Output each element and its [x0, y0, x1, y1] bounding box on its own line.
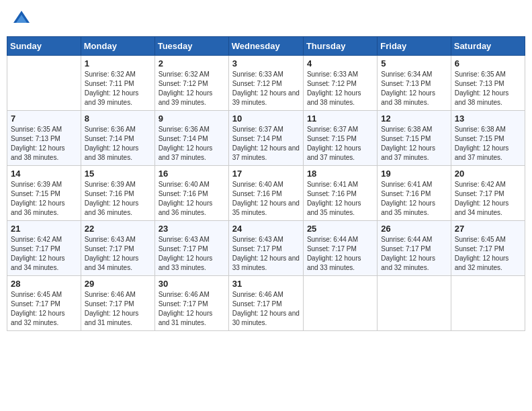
day-number: 5	[381, 58, 447, 68]
day-number: 13	[455, 113, 521, 124]
calendar-cell: 15Sunrise: 6:39 AMSunset: 7:16 PMDayligh…	[81, 166, 154, 221]
day-info: Sunrise: 6:37 AMSunset: 7:15 PMDaylight:…	[307, 125, 373, 163]
calendar-cell: 24Sunrise: 6:43 AMSunset: 7:17 PMDayligh…	[228, 221, 303, 276]
calendar-week-row: 14Sunrise: 6:39 AMSunset: 7:15 PMDayligh…	[7, 166, 525, 221]
weekday-header-sunday: Sunday	[7, 37, 81, 56]
calendar-cell: 31Sunrise: 6:46 AMSunset: 7:17 PMDayligh…	[228, 276, 303, 331]
weekday-header-tuesday: Tuesday	[154, 37, 228, 56]
day-number: 8	[85, 113, 151, 124]
day-info: Sunrise: 6:44 AMSunset: 7:17 PMDaylight:…	[307, 235, 373, 273]
day-number: 20	[455, 169, 521, 179]
calendar-week-row: 1Sunrise: 6:32 AMSunset: 7:11 PMDaylight…	[7, 56, 525, 111]
day-number: 30	[159, 279, 225, 289]
calendar-week-row: 21Sunrise: 6:42 AMSunset: 7:17 PMDayligh…	[7, 221, 525, 276]
calendar-cell	[303, 276, 377, 331]
calendar-cell	[7, 56, 81, 111]
day-number: 17	[232, 169, 300, 179]
day-info: Sunrise: 6:43 AMSunset: 7:17 PMDaylight:…	[159, 235, 225, 273]
day-number: 14	[11, 169, 77, 179]
day-info: Sunrise: 6:44 AMSunset: 7:17 PMDaylight:…	[381, 235, 447, 273]
day-info: Sunrise: 6:36 AMSunset: 7:14 PMDaylight:…	[159, 125, 225, 163]
calendar-cell: 9Sunrise: 6:36 AMSunset: 7:14 PMDaylight…	[154, 111, 228, 166]
calendar-cell: 12Sunrise: 6:38 AMSunset: 7:15 PMDayligh…	[378, 111, 451, 166]
day-number: 12	[381, 113, 447, 124]
logo	[12, 9, 32, 28]
calendar-cell: 7Sunrise: 6:35 AMSunset: 7:13 PMDaylight…	[7, 111, 81, 166]
weekday-header-saturday: Saturday	[451, 37, 525, 56]
day-info: Sunrise: 6:42 AMSunset: 7:17 PMDaylight:…	[455, 180, 521, 218]
calendar-cell: 28Sunrise: 6:45 AMSunset: 7:17 PMDayligh…	[7, 276, 81, 331]
day-number: 19	[381, 169, 447, 179]
calendar-cell: 21Sunrise: 6:42 AMSunset: 7:17 PMDayligh…	[7, 221, 81, 276]
day-info: Sunrise: 6:43 AMSunset: 7:17 PMDaylight:…	[85, 235, 151, 273]
day-info: Sunrise: 6:45 AMSunset: 7:17 PMDaylight:…	[11, 290, 77, 328]
day-number: 24	[232, 224, 300, 234]
day-info: Sunrise: 6:45 AMSunset: 7:17 PMDaylight:…	[455, 235, 521, 273]
calendar-cell: 19Sunrise: 6:41 AMSunset: 7:16 PMDayligh…	[378, 166, 451, 221]
day-info: Sunrise: 6:38 AMSunset: 7:15 PMDaylight:…	[381, 125, 447, 163]
day-info: Sunrise: 6:36 AMSunset: 7:14 PMDaylight:…	[85, 125, 151, 163]
calendar-cell: 25Sunrise: 6:44 AMSunset: 7:17 PMDayligh…	[303, 221, 377, 276]
day-number: 10	[232, 113, 300, 124]
day-info: Sunrise: 6:42 AMSunset: 7:17 PMDaylight:…	[11, 235, 77, 273]
calendar-cell: 22Sunrise: 6:43 AMSunset: 7:17 PMDayligh…	[81, 221, 154, 276]
calendar-cell: 1Sunrise: 6:32 AMSunset: 7:11 PMDaylight…	[81, 56, 154, 111]
calendar-cell: 4Sunrise: 6:33 AMSunset: 7:12 PMDaylight…	[303, 56, 377, 111]
calendar-cell: 3Sunrise: 6:33 AMSunset: 7:12 PMDaylight…	[228, 56, 303, 111]
calendar-cell: 13Sunrise: 6:38 AMSunset: 7:15 PMDayligh…	[451, 111, 525, 166]
calendar-week-row: 28Sunrise: 6:45 AMSunset: 7:17 PMDayligh…	[7, 276, 525, 331]
day-info: Sunrise: 6:40 AMSunset: 7:16 PMDaylight:…	[159, 180, 225, 218]
day-info: Sunrise: 6:34 AMSunset: 7:13 PMDaylight:…	[381, 70, 447, 107]
day-number: 27	[455, 224, 521, 234]
calendar-cell: 11Sunrise: 6:37 AMSunset: 7:15 PMDayligh…	[303, 111, 377, 166]
day-info: Sunrise: 6:46 AMSunset: 7:17 PMDaylight:…	[159, 290, 225, 328]
day-number: 7	[11, 113, 77, 124]
page-header	[7, 7, 525, 31]
day-number: 15	[85, 169, 151, 179]
day-info: Sunrise: 6:33 AMSunset: 7:12 PMDaylight:…	[232, 70, 300, 107]
day-number: 11	[307, 113, 373, 124]
calendar-table: SundayMondayTuesdayWednesdayThursdayFrid…	[7, 36, 525, 331]
day-number: 26	[381, 224, 447, 234]
day-number: 31	[232, 279, 300, 289]
day-number: 4	[307, 58, 373, 68]
day-info: Sunrise: 6:41 AMSunset: 7:16 PMDaylight:…	[307, 180, 373, 218]
calendar-cell	[451, 276, 525, 331]
day-info: Sunrise: 6:35 AMSunset: 7:13 PMDaylight:…	[11, 125, 77, 163]
weekday-header-row: SundayMondayTuesdayWednesdayThursdayFrid…	[7, 37, 525, 56]
day-info: Sunrise: 6:46 AMSunset: 7:17 PMDaylight:…	[232, 290, 300, 328]
calendar-week-row: 7Sunrise: 6:35 AMSunset: 7:13 PMDaylight…	[7, 111, 525, 166]
day-info: Sunrise: 6:39 AMSunset: 7:16 PMDaylight:…	[85, 180, 151, 218]
day-info: Sunrise: 6:41 AMSunset: 7:16 PMDaylight:…	[381, 180, 447, 218]
day-info: Sunrise: 6:32 AMSunset: 7:12 PMDaylight:…	[159, 70, 225, 107]
day-number: 28	[11, 279, 77, 289]
day-info: Sunrise: 6:32 AMSunset: 7:11 PMDaylight:…	[85, 70, 151, 107]
calendar-cell: 18Sunrise: 6:41 AMSunset: 7:16 PMDayligh…	[303, 166, 377, 221]
day-info: Sunrise: 6:40 AMSunset: 7:16 PMDaylight:…	[232, 180, 300, 218]
day-number: 3	[232, 58, 300, 68]
day-number: 18	[307, 169, 373, 179]
day-number: 23	[159, 224, 225, 234]
calendar-cell: 16Sunrise: 6:40 AMSunset: 7:16 PMDayligh…	[154, 166, 228, 221]
calendar-cell: 30Sunrise: 6:46 AMSunset: 7:17 PMDayligh…	[154, 276, 228, 331]
calendar-cell: 10Sunrise: 6:37 AMSunset: 7:14 PMDayligh…	[228, 111, 303, 166]
calendar-cell: 6Sunrise: 6:35 AMSunset: 7:13 PMDaylight…	[451, 56, 525, 111]
calendar-cell	[378, 276, 451, 331]
day-info: Sunrise: 6:43 AMSunset: 7:17 PMDaylight:…	[232, 235, 300, 273]
weekday-header-thursday: Thursday	[303, 37, 377, 56]
day-number: 25	[307, 224, 373, 234]
calendar-cell: 29Sunrise: 6:46 AMSunset: 7:17 PMDayligh…	[81, 276, 154, 331]
day-info: Sunrise: 6:35 AMSunset: 7:13 PMDaylight:…	[455, 70, 521, 107]
calendar-cell: 2Sunrise: 6:32 AMSunset: 7:12 PMDaylight…	[154, 56, 228, 111]
calendar-cell: 26Sunrise: 6:44 AMSunset: 7:17 PMDayligh…	[378, 221, 451, 276]
calendar-cell: 27Sunrise: 6:45 AMSunset: 7:17 PMDayligh…	[451, 221, 525, 276]
day-number: 9	[159, 113, 225, 124]
day-info: Sunrise: 6:38 AMSunset: 7:15 PMDaylight:…	[455, 125, 521, 163]
calendar-cell: 17Sunrise: 6:40 AMSunset: 7:16 PMDayligh…	[228, 166, 303, 221]
weekday-header-monday: Monday	[81, 37, 154, 56]
day-number: 1	[85, 58, 151, 68]
day-number: 29	[85, 279, 151, 289]
day-number: 21	[11, 224, 77, 234]
logo-icon	[12, 9, 31, 28]
calendar-cell: 5Sunrise: 6:34 AMSunset: 7:13 PMDaylight…	[378, 56, 451, 111]
